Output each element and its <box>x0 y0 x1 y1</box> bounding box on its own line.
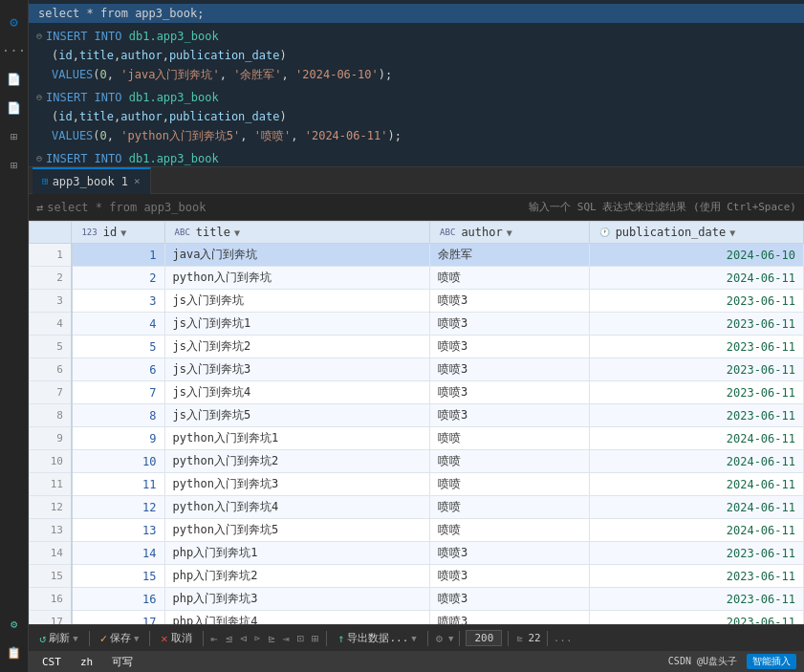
table-row[interactable]: 7 7 js入门到奔坑4 喷喷3 2023-06-11 <box>30 381 804 404</box>
sidebar-icon-copy[interactable]: 📋 <box>3 641 26 664</box>
sidebar-icon-doc1[interactable]: 📄 <box>3 68 26 91</box>
cell-title: js入门到奔坑1 <box>164 313 430 336</box>
save-button[interactable]: ✓ 保存 ▼ <box>96 629 144 647</box>
cell-date: 2023-06-11 <box>589 565 803 588</box>
settings-icon[interactable]: ⚙ <box>434 632 445 645</box>
table-row[interactable]: 2 2 python入门到奔坑 喷喷 2024-06-11 <box>30 267 804 290</box>
cell-id: 16 <box>72 588 164 611</box>
cell-title: java入门到奔坑 <box>164 244 430 267</box>
cell-id: 4 <box>72 313 164 336</box>
status-writable-label: 可写 <box>112 655 133 669</box>
col-author-type: ABC <box>438 228 457 237</box>
cell-id: 17 <box>72 611 164 625</box>
nav-last[interactable]: ⇥ <box>281 632 292 645</box>
sidebar-icon-settings2[interactable]: ⚙ <box>3 613 26 636</box>
content-area: select * from app3_book; ⊖ INSERT INTO d… <box>29 0 804 672</box>
sidebar-icon-doc2[interactable]: 📄 <box>3 97 26 119</box>
table-row[interactable]: 1 1 java入门到奔坑 余胜军 2024-06-10 <box>30 244 804 267</box>
table-row[interactable]: 6 6 js入门到奔坑3 喷喷3 2023-06-11 <box>30 358 804 381</box>
count-input[interactable] <box>466 630 502 646</box>
cell-id: 15 <box>72 565 164 588</box>
col-title-label: title <box>196 226 230 239</box>
table-row[interactable]: 8 8 js入门到奔坑5 喷喷3 2023-06-11 <box>30 404 804 427</box>
table-header: 123 id ▼ ABC title ▼ <box>30 222 804 244</box>
save-dropdown[interactable]: ▼ <box>134 634 139 643</box>
nav-extra2[interactable]: ⊞ <box>310 632 320 645</box>
cell-author: 喷喷3 <box>430 611 590 625</box>
table-row[interactable]: 10 10 python入门到奔坑2 喷喷 2024-06-11 <box>30 450 804 473</box>
table-row[interactable]: 16 16 php入门到奔坑3 喷喷3 2023-06-11 <box>30 588 804 611</box>
table-row[interactable]: 13 13 python入门到奔坑5 喷喷 2024-06-11 <box>30 519 804 542</box>
cell-rownum: 2 <box>30 267 72 290</box>
col-title-header[interactable]: ABC title ▼ <box>164 222 430 244</box>
col-title-sort[interactable]: ▼ <box>234 228 240 238</box>
status-writable[interactable]: 可写 <box>106 655 139 669</box>
table-row[interactable]: 5 5 js入门到奔坑2 喷喷3 2023-06-11 <box>30 336 804 358</box>
filter-hint: 输入一个 SQL 表达式来过滤结果 (使用 Ctrl+Space) <box>529 200 796 214</box>
status-cst[interactable]: CST <box>36 656 67 668</box>
tab-app3-book[interactable]: ⊞ app3_book 1 × <box>33 167 151 194</box>
table-row[interactable]: 4 4 js入门到奔坑1 喷喷3 2023-06-11 <box>30 313 804 336</box>
sep-7 <box>508 631 509 646</box>
col-id-sort[interactable]: ▼ <box>120 228 126 238</box>
export-dropdown[interactable]: ▼ <box>411 634 416 643</box>
table-row[interactable]: 12 12 python入门到奔坑4 喷喷 2024-06-11 <box>30 496 804 519</box>
status-cst-label: CST <box>42 656 61 668</box>
nav-prev[interactable]: ⊲ <box>238 632 249 645</box>
col-author-label: author <box>461 226 502 239</box>
cell-rownum: 3 <box>30 290 72 313</box>
table-container[interactable]: 123 id ▼ ABC title ▼ <box>29 221 804 624</box>
bottom-toolbar: ↺ 刷新 ▼ ✓ 保存 ▼ ✕ 取消 ⇤ ⊴ ⊲ ⊳ ⊵ ⇥ ⊡ <box>29 624 804 651</box>
refresh-button[interactable]: ↺ 刷新 ▼ <box>34 629 83 647</box>
cell-id: 7 <box>72 381 164 404</box>
filter-input[interactable] <box>47 201 525 214</box>
cell-title: python入门到奔坑5 <box>164 519 430 542</box>
table-row[interactable]: 11 11 python入门到奔坑3 喷喷 2024-06-11 <box>30 473 804 496</box>
cell-title: js入门到奔坑4 <box>164 381 430 404</box>
cell-title: python入门到奔坑4 <box>164 496 430 519</box>
settings-dropdown[interactable]: ▼ <box>448 634 453 643</box>
sidebar-icon-gear[interactable]: ⚙ <box>3 11 26 33</box>
status-zh[interactable]: zh <box>75 656 98 668</box>
export-button[interactable]: ↑ 导出数据... ▼ <box>333 629 422 647</box>
editor-line-select[interactable]: select * from app3_book; <box>29 4 804 23</box>
sidebar-icon-grid2[interactable]: ⊞ <box>3 154 26 177</box>
col-id-header[interactable]: 123 id ▼ <box>72 222 164 244</box>
cell-id: 1 <box>72 244 164 267</box>
col-pubdate-header[interactable]: 🕐 publication_date ▼ <box>589 222 803 244</box>
status-smart-insert[interactable]: 智能插入 <box>747 654 796 669</box>
cell-id: 10 <box>72 450 164 473</box>
nav-first[interactable]: ⇤ <box>209 632 220 645</box>
cell-title: php入门到奔坑2 <box>164 565 430 588</box>
nav-prev2[interactable]: ⊴ <box>224 632 234 645</box>
sidebar-icon-dots[interactable]: ··· <box>3 39 26 62</box>
editor-line-insert3-header: ⊖ INSERT INTO db1.app3_book <box>29 149 804 167</box>
cell-date: 2024-06-11 <box>589 267 803 290</box>
cell-rownum: 14 <box>30 542 72 565</box>
cell-title: js入门到奔坑2 <box>164 336 430 358</box>
cell-rownum: 6 <box>30 358 72 381</box>
fold-icon-2[interactable]: ⊖ <box>36 89 42 106</box>
cell-date: 2023-06-11 <box>589 381 803 404</box>
cell-title: python入门到奔坑3 <box>164 473 430 496</box>
col-author-sort[interactable]: ▼ <box>507 228 512 238</box>
table-row[interactable]: 3 3 js入门到奔坑 喷喷3 2023-06-11 <box>30 290 804 313</box>
fold-icon-1[interactable]: ⊖ <box>36 28 42 45</box>
cell-rownum: 17 <box>30 611 72 625</box>
cancel-button[interactable]: ✕ 取消 <box>156 629 196 647</box>
table-row[interactable]: 15 15 php入门到奔坑2 喷喷3 2023-06-11 <box>30 565 804 588</box>
col-pubdate-sort[interactable]: ▼ <box>729 228 735 238</box>
cell-author: 喷喷3 <box>430 542 590 565</box>
cell-rownum: 8 <box>30 404 72 427</box>
cell-author: 喷喷 <box>430 427 590 450</box>
sidebar-icon-grid1[interactable]: ⊞ <box>3 125 26 148</box>
table-row[interactable]: 9 9 python入门到奔坑1 喷喷 2024-06-11 <box>30 427 804 450</box>
nav-extra1[interactable]: ⊡ <box>295 632 306 645</box>
table-row[interactable]: 17 17 php入门到奔坑4 喷喷3 2023-06-11 <box>30 611 804 625</box>
tab-close-button[interactable]: × <box>134 175 141 187</box>
refresh-dropdown[interactable]: ▼ <box>73 634 77 643</box>
nav-next[interactable]: ⊵ <box>266 632 276 645</box>
table-row[interactable]: 14 14 php入门到奔坑1 喷喷3 2023-06-11 <box>30 542 804 565</box>
col-author-header[interactable]: ABC author ▼ <box>430 222 590 244</box>
fold-icon-3[interactable]: ⊖ <box>36 150 42 167</box>
